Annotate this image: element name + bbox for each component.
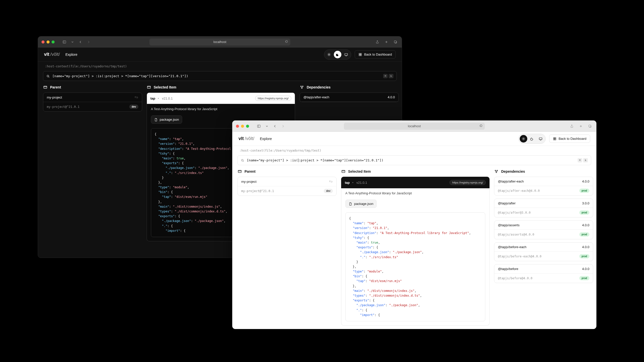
- selected-card: tap • v21.0.1 https://registry.npmjs.org…: [341, 177, 490, 326]
- parent-card[interactable]: my-project my-project@^21.0.1 dev: [43, 93, 142, 112]
- back-to-dashboard-button[interactable]: Back to Dashboard: [355, 50, 396, 59]
- dep-version: 4.0.0: [582, 179, 589, 183]
- close-icon[interactable]: [42, 40, 45, 43]
- registry-pill[interactable]: https://registry.npmjs.org/: [450, 180, 486, 185]
- svg-rect-35: [589, 125, 591, 127]
- svg-rect-50: [555, 139, 556, 140]
- dependency-card[interactable]: @tapjs/before-each4.0.0@tapjs/before-eac…: [494, 242, 593, 261]
- url-text: localhost: [213, 40, 226, 44]
- column-header-parent: Parent: [237, 169, 337, 174]
- svg-line-11: [330, 55, 330, 56]
- svg-point-20: [47, 75, 49, 77]
- refresh-icon[interactable]: [479, 124, 483, 128]
- svg-rect-14: [345, 54, 348, 55]
- registry-pill[interactable]: https://registry.npmjs.org/: [255, 96, 292, 101]
- close-icon[interactable]: [236, 125, 239, 128]
- svg-point-5: [329, 54, 330, 55]
- svg-rect-17: [360, 53, 361, 54]
- url-bar[interactable]: localhost: [149, 38, 290, 46]
- dependency-card[interactable]: @tapjs/asserts4.0.0@tapjs/asserts@4.0.0p…: [494, 220, 593, 239]
- selected-head: tap • v21.0.1 https://registry.npmjs.org…: [147, 93, 295, 104]
- svg-point-51: [242, 159, 243, 161]
- brand-logo: vlt/vōlt/: [44, 52, 60, 57]
- package-json-button[interactable]: package.json: [151, 115, 182, 124]
- system-mode-button[interactable]: [537, 135, 544, 143]
- dependency-card[interactable]: @tapjs/after-each 4.0.0: [300, 93, 399, 102]
- dependency-card[interactable]: @tapjs/after3.0.0@tapjs/after@3.0.0prod: [494, 199, 593, 217]
- browser-window-light: localhost vlt/vōlt/ Explore Back to Dash…: [232, 120, 596, 329]
- svg-line-10: [328, 53, 328, 54]
- url-bar[interactable]: localhost: [344, 123, 485, 130]
- svg-rect-19: [360, 55, 361, 56]
- svg-rect-18: [359, 55, 360, 56]
- chevron-down-icon[interactable]: [70, 39, 75, 45]
- column-parent: Parent my-project my-project@^21.0.1 dev: [237, 169, 337, 326]
- sidebar-toggle-icon[interactable]: [256, 123, 262, 129]
- svg-point-28: [301, 88, 302, 89]
- new-tab-icon[interactable]: [384, 39, 389, 45]
- selected-description: A Test-Anything-Protocol library for Jav…: [147, 104, 295, 114]
- query-input[interactable]: [name="my-project"] > :is(:project > *[n…: [237, 155, 591, 165]
- dep-name: @tapjs/after-each: [303, 95, 329, 99]
- selected-version: v21.0.1: [162, 97, 173, 100]
- query-text: [name="my-project"] > :is(:project > *[n…: [52, 74, 188, 78]
- query-input[interactable]: [name="my-project"] > :is(:project > *[n…: [43, 71, 397, 81]
- nav-explore[interactable]: Explore: [260, 137, 272, 141]
- share-icon[interactable]: [375, 39, 380, 45]
- dep-name: @tapjs/asserts: [498, 223, 519, 227]
- parent-name: my-project: [241, 180, 257, 184]
- svg-rect-53: [238, 170, 242, 173]
- minimize-icon[interactable]: [241, 125, 244, 128]
- link-icon: [134, 95, 138, 99]
- svg-rect-24: [147, 86, 150, 88]
- sidebar-toggle-icon[interactable]: [62, 39, 67, 45]
- nav-explore[interactable]: Explore: [65, 53, 77, 57]
- link-icon: [329, 179, 333, 184]
- column-header-dependencies: Dependencies: [494, 169, 593, 174]
- column-header-parent: Parent: [43, 85, 142, 89]
- column-parent: Parent my-project my-project@^21.0.1 dev: [43, 85, 142, 241]
- maximize-icon[interactable]: [52, 40, 55, 43]
- svg-line-29: [301, 87, 302, 88]
- share-icon[interactable]: [569, 123, 575, 129]
- svg-rect-47: [554, 138, 555, 139]
- light-mode-button[interactable]: [520, 135, 527, 143]
- dark-mode-button[interactable]: [528, 135, 536, 143]
- dark-mode-button[interactable]: [334, 51, 341, 58]
- parent-card[interactable]: my-project my-project@^21.0.1 dev: [237, 177, 337, 196]
- dep-version: 3.0.0: [582, 201, 589, 205]
- dep-version: 4.0.0: [388, 95, 395, 99]
- back-to-dashboard-button[interactable]: Back to Dashboard: [549, 134, 590, 143]
- dep-spec: @tapjs/before@4.0.0: [498, 277, 532, 280]
- dependencies-icon: [300, 85, 304, 89]
- chevron-down-icon[interactable]: [264, 123, 270, 129]
- host-context: :host-context(file:/Users/ruyadorno/tmp/…: [38, 62, 402, 70]
- file-icon: [154, 118, 158, 121]
- new-tab-icon[interactable]: [578, 123, 584, 129]
- nav-back-icon[interactable]: [78, 39, 83, 45]
- tabs-overview-icon[interactable]: [393, 39, 398, 45]
- system-mode-button[interactable]: [342, 51, 350, 58]
- svg-rect-49: [554, 139, 555, 140]
- selected-name: tap: [150, 97, 155, 100]
- selected-description: A Test-Anything-Protocol library for Jav…: [341, 188, 490, 198]
- grid-icon: [358, 53, 362, 56]
- minimize-icon[interactable]: [47, 40, 50, 43]
- svg-rect-55: [342, 170, 345, 173]
- dependency-card[interactable]: @tapjs/after-each4.0.0@tapjs/after-each@…: [494, 177, 593, 196]
- refresh-icon[interactable]: [285, 40, 288, 44]
- nav-back-icon[interactable]: [272, 123, 278, 129]
- maximize-icon[interactable]: [246, 125, 249, 128]
- selected-icon: [147, 85, 151, 89]
- brand-logo: vlt/vōlt/: [238, 136, 254, 141]
- svg-point-36: [523, 138, 524, 139]
- app-header: vlt/vōlt/ Explore Back to Dashboard: [38, 48, 402, 62]
- light-mode-button[interactable]: [325, 51, 333, 58]
- parent-name: my-project: [47, 96, 62, 99]
- package-json-button[interactable]: package.json: [345, 200, 377, 208]
- dependencies-icon: [494, 169, 499, 174]
- dependency-card[interactable]: @tapjs/before4.0.0@tapjs/before@4.0.0pro…: [494, 264, 593, 283]
- svg-line-52: [243, 161, 244, 162]
- tabs-overview-icon[interactable]: [587, 123, 593, 129]
- selected-head: tap • v21.0.1 https://registry.npmjs.org…: [341, 177, 490, 188]
